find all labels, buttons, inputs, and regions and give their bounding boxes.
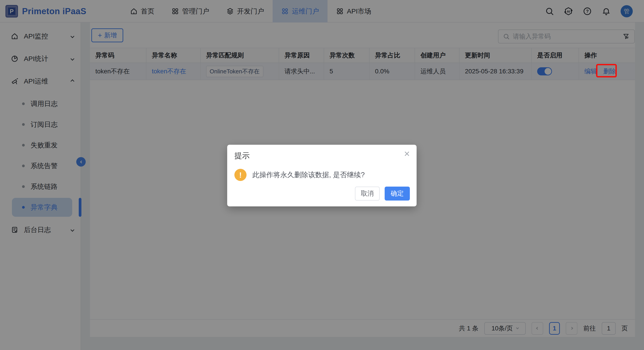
close-icon[interactable]: ×	[404, 149, 410, 159]
dialog-actions: 取消 确定	[355, 187, 410, 201]
dialog-message: 此操作将永久删除该数据, 是否继续?	[252, 170, 365, 180]
dialog-title: 提示	[234, 151, 250, 161]
confirm-dialog: 提示 × ! 此操作将永久删除该数据, 是否继续? 取消 确定	[227, 145, 416, 206]
confirm-button[interactable]: 确定	[385, 187, 410, 201]
annotation-highlight-box	[596, 64, 617, 77]
cancel-button[interactable]: 取消	[355, 187, 380, 201]
dialog-body: ! 此操作将永久删除该数据, 是否继续?	[234, 169, 365, 181]
warning-icon: !	[234, 169, 246, 181]
